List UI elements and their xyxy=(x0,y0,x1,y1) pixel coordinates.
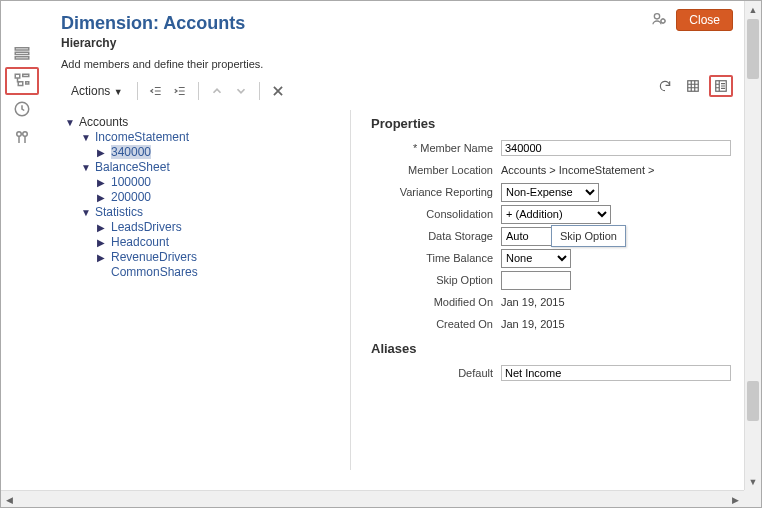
rail-btn-list[interactable] xyxy=(5,39,39,67)
row-variance: Variance Reporting Non-Expense xyxy=(371,181,731,203)
indent-icon xyxy=(173,84,187,98)
tree-label: CommonShares xyxy=(111,265,198,279)
row-created: Created On Jan 19, 2015 xyxy=(371,313,731,335)
rail-btn-security[interactable] xyxy=(5,123,39,151)
label-member-name: * Member Name xyxy=(371,142,501,154)
tree-row-headcount[interactable]: ▶Headcount xyxy=(97,235,350,249)
tree-row-statistics[interactable]: ▼Statistics xyxy=(81,205,350,219)
svg-point-9 xyxy=(23,132,28,137)
row-member-name: * Member Name xyxy=(371,137,731,159)
tree-row-revenue[interactable]: ▶RevenueDrivers xyxy=(97,250,350,264)
tree-label: IncomeStatement xyxy=(95,130,189,144)
tree-row-income[interactable]: ▼IncomeStatement xyxy=(81,130,350,144)
svg-rect-3 xyxy=(15,74,20,78)
label-skip-option: Skip Option xyxy=(371,274,501,286)
row-time-balance: Time Balance None xyxy=(371,247,731,269)
chevron-down-icon xyxy=(234,84,248,98)
separator xyxy=(198,82,199,100)
tree-label: 340000 xyxy=(111,145,151,159)
label-variance: Variance Reporting xyxy=(371,186,501,198)
chevron-up-icon xyxy=(210,84,224,98)
tree-row-340000[interactable]: ▶340000 xyxy=(97,145,350,159)
label-consolidation: Consolidation xyxy=(371,208,501,220)
expand-icon[interactable]: ▶ xyxy=(97,237,107,248)
scroll-down-icon[interactable]: ▼ xyxy=(745,473,761,490)
close-icon xyxy=(271,84,285,98)
tree-label: Accounts xyxy=(79,115,128,129)
delete-button[interactable] xyxy=(268,81,288,101)
scroll-corner xyxy=(744,490,761,507)
actions-label: Actions xyxy=(71,84,110,98)
tree-label: 200000 xyxy=(111,190,151,204)
svg-rect-1 xyxy=(15,52,29,54)
vertical-scrollbar[interactable]: ▲ ▼ xyxy=(744,1,761,490)
value-modified: Jan 19, 2015 xyxy=(501,296,565,308)
content: Dimension: Accounts Hierarchy Add member… xyxy=(49,5,741,487)
tree-pane: ▼Accounts ▼IncomeStatement ▶340000 ▼Bala… xyxy=(61,110,350,470)
expand-icon[interactable]: ▶ xyxy=(97,147,107,158)
collapse-icon[interactable]: ▼ xyxy=(81,207,91,218)
move-up-button[interactable] xyxy=(207,81,227,101)
collapse-icon[interactable]: ▼ xyxy=(81,132,91,143)
left-rail xyxy=(5,39,43,151)
list-icon xyxy=(13,44,31,62)
page-title: Dimension: Accounts xyxy=(61,13,731,34)
clock-icon xyxy=(13,100,31,118)
svg-rect-6 xyxy=(26,82,29,84)
rail-btn-hierarchy[interactable] xyxy=(5,67,39,95)
outdent-icon xyxy=(149,84,163,98)
tree-label: LeadsDrivers xyxy=(111,220,182,234)
row-skip-option: Skip Option None xyxy=(371,269,731,291)
actions-menu[interactable]: Actions ▼ xyxy=(65,82,129,100)
expand-icon[interactable]: ▶ xyxy=(97,177,107,188)
indent-button[interactable] xyxy=(170,81,190,101)
collapse-icon[interactable]: ▼ xyxy=(65,117,75,128)
label-time-balance: Time Balance xyxy=(371,252,501,264)
properties-heading: Properties xyxy=(371,116,731,131)
value-member-location: Accounts > IncomeStatement > xyxy=(501,164,654,176)
tree-row-200000[interactable]: ▶200000 xyxy=(97,190,350,204)
label-data-storage: Data Storage xyxy=(371,230,501,242)
tree-label: 100000 xyxy=(111,175,151,189)
tree-label: RevenueDrivers xyxy=(111,250,197,264)
scroll-up-icon[interactable]: ▲ xyxy=(745,1,761,18)
chevron-down-icon: ▼ xyxy=(114,87,123,97)
select-variance[interactable]: Non-Expense xyxy=(501,183,599,202)
row-member-location: Member Location Accounts > IncomeStateme… xyxy=(371,159,731,181)
expand-icon[interactable]: ▶ xyxy=(97,192,107,203)
select-consolidation[interactable]: + (Addition) xyxy=(501,205,611,224)
page-subtitle: Hierarchy xyxy=(61,36,731,50)
scroll-left-icon[interactable]: ◀ xyxy=(1,491,18,508)
collapse-icon[interactable]: ▼ xyxy=(81,162,91,173)
tree-row-100000[interactable]: ▶100000 xyxy=(97,175,350,189)
svg-rect-2 xyxy=(15,57,29,59)
input-alias-default[interactable] xyxy=(501,365,731,381)
page-description: Add members and define their properties. xyxy=(61,58,731,70)
svg-point-8 xyxy=(17,132,22,137)
tree-row-common[interactable]: ▶CommonShares xyxy=(97,265,350,279)
tree-row-balance[interactable]: ▼BalanceSheet xyxy=(81,160,350,174)
expand-icon[interactable]: ▶ xyxy=(97,252,107,263)
svg-rect-0 xyxy=(15,48,29,50)
label-modified: Modified On xyxy=(371,296,501,308)
input-member-name[interactable] xyxy=(501,140,731,156)
row-alias-default: Default xyxy=(371,362,731,384)
scroll-right-icon[interactable]: ▶ xyxy=(727,491,744,508)
toolbar: Actions ▼ xyxy=(61,78,731,104)
label-member-location: Member Location xyxy=(371,164,501,176)
select-skip-option[interactable]: None xyxy=(501,271,571,290)
select-time-balance[interactable]: None xyxy=(501,249,571,268)
tree-row-leads[interactable]: ▶LeadsDrivers xyxy=(97,220,350,234)
tree-label: Headcount xyxy=(111,235,169,249)
tree-label: BalanceSheet xyxy=(95,160,170,174)
scroll-thumb[interactable] xyxy=(747,19,759,79)
horizontal-scrollbar[interactable]: ◀ ▶ xyxy=(1,490,744,507)
expand-icon[interactable]: ▶ xyxy=(97,222,107,233)
tooltip-skip-option: Skip Option xyxy=(551,225,626,247)
move-down-button[interactable] xyxy=(231,81,251,101)
scroll-thumb[interactable] xyxy=(747,381,759,421)
svg-rect-4 xyxy=(23,74,29,76)
outdent-button[interactable] xyxy=(146,81,166,101)
rail-btn-clock[interactable] xyxy=(5,95,39,123)
tree-row-accounts[interactable]: ▼Accounts xyxy=(65,115,350,129)
